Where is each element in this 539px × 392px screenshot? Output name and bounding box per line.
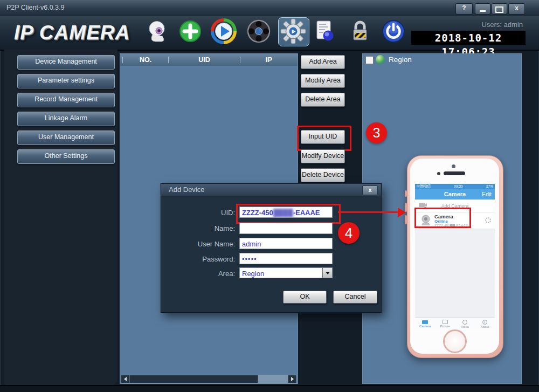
window-title: P2P Client-v6.0.3.9 [6,4,64,11]
column-header-no[interactable]: NO. [123,54,168,66]
play-icon[interactable] [211,18,237,44]
area-selected-value: Region [242,270,264,278]
sidebar-item-record-management[interactable]: Record Management [17,93,115,107]
log-icon[interactable] [312,18,337,44]
step-4-badge: 4 [338,222,360,244]
app-window: P2P Client-v6.0.3.9 ? x IP CAMERA [0,0,539,392]
maximize-icon [495,6,503,13]
maximize-button[interactable] [492,3,507,15]
area-dropdown[interactable]: Region [239,267,333,278]
sidebar-item-other-settings[interactable]: Other Settings [17,149,115,164]
sidebar-item-linkage-alarm[interactable]: Linkage Alarm [17,112,115,126]
camera-settings-gear-icon[interactable] [485,217,491,223]
username-label: User Name: [161,240,235,248]
chevron-down-icon [326,272,330,274]
minimize-button[interactable] [475,3,490,15]
globe-icon [376,55,385,64]
name-label: Name: [161,224,235,232]
phone-front-camera [452,164,455,168]
scrollbar-thumb[interactable] [130,375,258,383]
tab-about[interactable]: About [475,318,495,329]
dialog-title-bar: Add Device x [161,184,381,196]
datetime-display: 2018-10-12 17:06:23 [411,31,526,45]
minimize-icon [480,10,486,12]
phone-speaker [444,171,465,175]
scrollbar-track[interactable] [258,375,288,383]
column-header-uid[interactable]: UID [169,54,240,66]
phone-screen: 中国电信 09:30 27% Camera Edit Add Camera Ca… [415,184,495,329]
sidebar-item-device-management[interactable]: Device Management [17,55,115,70]
name-input[interactable] [239,223,333,234]
scroll-left-icon [124,377,127,381]
phone-mute-switch [405,190,407,197]
phone-status-bar: 中国电信 09:30 27% [415,184,495,189]
modify-area-button[interactable]: Modify Area [301,74,345,88]
status-time: 09:30 [454,184,462,188]
tab-about-label: About [481,325,489,328]
app-logo: IP CAMERA [14,22,130,44]
horizontal-scrollbar[interactable] [121,375,297,383]
password-label: Password: [161,255,235,263]
device-table-header: NO. UID IP [120,54,298,66]
add-device-icon[interactable] [177,18,203,44]
picture-tab-icon [443,320,448,324]
help-button[interactable]: ? [455,3,473,15]
tab-picture[interactable]: Picture [435,318,455,329]
phone-sensor-dot [437,172,440,175]
uid-to-phone-arrow-head [398,208,406,217]
scroll-right-button[interactable] [288,375,296,383]
region-checkbox[interactable] [365,56,374,64]
title-bar: P2P Client-v6.0.3.9 ? x [0,0,539,17]
input-uid-button[interactable]: Input UID [301,130,345,144]
delete-device-button[interactable]: Delete Device [301,168,345,182]
uid-input[interactable]: ZZZZ-450████-EAAAE [239,207,333,218]
uid-masked: ████ [273,209,293,217]
area-label: Area: [161,270,235,278]
step-3-badge: 3 [366,122,387,143]
uid-label: UID: [161,209,235,217]
tab-picture-label: Picture [440,325,450,328]
add-device-dialog: Add Device x UID: ZZZZ-450████-EAAAE Nam… [161,183,382,313]
password-input[interactable]: ••••• [239,253,333,264]
scroll-right-icon [291,377,294,381]
uid-prefix: ZZZZ-450 [242,209,273,217]
cancel-button[interactable]: Cancel [333,291,377,304]
region-tree-root[interactable]: Region [389,56,412,64]
power-icon[interactable] [381,18,406,44]
area-dropdown-button[interactable] [322,268,332,278]
tab-video-label: Video [461,325,469,328]
edit-button[interactable]: Edit [482,189,492,200]
window-bottom-edge [0,385,539,392]
column-header-ip[interactable]: IP [240,54,298,66]
tab-camera-label: Camera [419,325,431,328]
tab-camera[interactable]: Camera [415,318,435,329]
reel-icon[interactable] [246,18,272,44]
add-area-button[interactable]: Add Area [301,55,345,69]
modify-device-button[interactable]: Modify Device [301,149,345,163]
lock-icon[interactable] [347,18,373,44]
username-input[interactable]: admin [239,238,333,249]
camera-tab-icon [422,320,428,324]
phone-content-area [415,229,495,318]
dialog-close-button[interactable]: x [362,185,378,195]
uid-to-phone-arrow-line [338,211,399,213]
webcam-icon[interactable] [145,18,171,44]
users-label: Users: admin [481,20,523,29]
carrier-label: 中国电信 [417,184,431,189]
ok-button[interactable]: OK [283,291,327,304]
dialog-title: Add Device [169,185,204,194]
phone-mockup: 中国电信 09:30 27% Camera Edit Add Camera Ca… [407,155,503,358]
close-button[interactable]: x [508,3,525,15]
delete-area-button[interactable]: Delete Area [301,93,345,107]
sidebar-item-user-management[interactable]: User Management [17,130,115,145]
battery-label: 27% [486,184,493,188]
tab-video[interactable]: Video [455,318,475,329]
video-tab-icon [462,320,467,325]
phone-tab-bar: Camera Picture Video About [415,318,495,329]
phone-nav-bar: Camera Edit [415,189,495,200]
scroll-left-button[interactable] [121,375,130,383]
uid-suffix: -EAAAE [293,209,320,217]
sidebar-item-parameter-settings[interactable]: Parameter settings [17,74,115,88]
settings-gear-icon[interactable] [280,18,306,44]
camera-item-highlight-frame [414,208,471,228]
